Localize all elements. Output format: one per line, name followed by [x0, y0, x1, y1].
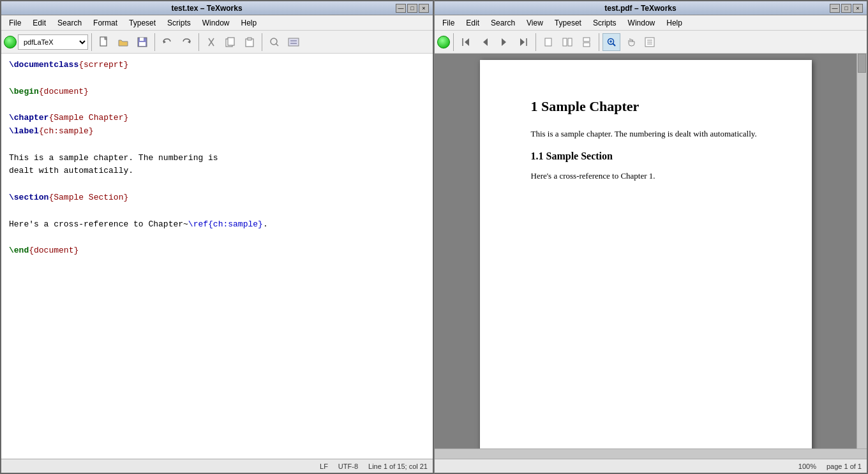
pdf-chapter-heading: 1 Sample Chapter — [531, 98, 767, 115]
tex-window-title: test.tex – TeXworks — [18, 4, 396, 13]
tex-title-bar: test.tex – TeXworks — □ × — [1, 1, 433, 15]
menu-file[interactable]: File — [4, 17, 26, 29]
undo-button[interactable] — [158, 33, 176, 51]
pdf-horizontal-scrollbar[interactable] — [435, 448, 867, 459]
redo-button[interactable] — [177, 33, 195, 51]
svg-line-29 — [613, 43, 615, 46]
pdf-menu-typeset[interactable]: Typeset — [550, 17, 587, 29]
svg-rect-14 — [288, 38, 299, 46]
last-page-button[interactable] — [514, 33, 532, 51]
prev-page-button[interactable] — [476, 33, 494, 51]
pdf-menu-edit[interactable]: Edit — [461, 17, 484, 29]
copy-button[interactable] — [221, 33, 239, 51]
svg-rect-23 — [545, 38, 551, 46]
zoom-button[interactable] — [602, 33, 620, 51]
svg-rect-27 — [583, 43, 590, 47]
svg-marker-5 — [188, 40, 190, 43]
pdf-scrollbar-thumb[interactable] — [858, 54, 866, 73]
svg-line-13 — [276, 43, 278, 46]
pdf-run-button[interactable] — [437, 36, 450, 48]
pdf-scroll-area[interactable]: 1 Sample Chapter This is a sample chapte… — [435, 54, 857, 448]
svg-marker-22 — [520, 38, 525, 46]
code-line-begin-document: \begin{document} — [9, 85, 425, 99]
single-page-button[interactable] — [539, 33, 557, 51]
continuous-pages-button[interactable] — [578, 33, 595, 51]
text-sample-2: dealt with automatically. — [9, 166, 133, 175]
tex-close-btn[interactable]: × — [419, 4, 429, 13]
first-page-button[interactable] — [457, 33, 475, 51]
svg-rect-26 — [583, 38, 590, 41]
encoding-indicator: UTF-8 — [338, 463, 358, 470]
tex-window-controls: — □ × — [396, 4, 429, 13]
svg-rect-11 — [248, 38, 251, 40]
toolbar-separator-2 — [154, 33, 155, 51]
pdf-window-title: test.pdf – TeXworks — [451, 4, 830, 13]
menu-scripts[interactable]: Scripts — [162, 17, 196, 29]
arg-scrreprt: {scrreprt} — [79, 60, 128, 70]
code-line-text-2: dealt with automatically. — [9, 165, 425, 178]
code-line-section: \section{Sample Section} — [9, 191, 425, 205]
menu-help[interactable]: Help — [236, 17, 262, 29]
cmd-chapter: \chapter — [9, 113, 49, 122]
facing-pages-button[interactable] — [558, 33, 576, 51]
arg-sample-section: {Sample Section} — [49, 193, 128, 202]
tex-maximize-btn[interactable]: □ — [407, 4, 417, 13]
pdf-menu-view[interactable]: View — [521, 17, 548, 29]
menu-edit[interactable]: Edit — [27, 17, 51, 29]
pdf-menu-bar: File Edit Search View Typeset Scripts Wi… — [435, 15, 867, 31]
toolbar-separator-3 — [198, 33, 199, 51]
code-line-empty-5 — [9, 205, 425, 218]
arg-ch-sample: {ch:sample} — [39, 126, 94, 136]
pdf-status-bar: 100% page 1 of 1 — [435, 459, 867, 473]
pdf-toolbar — [435, 31, 867, 54]
next-page-button[interactable] — [495, 33, 513, 51]
pdf-viewer-window: test.pdf – TeXworks — □ × File Edit Sear… — [434, 0, 868, 474]
menu-window[interactable]: Window — [197, 17, 235, 29]
pdf-title-bar: test.pdf – TeXworks — □ × — [435, 1, 867, 15]
code-line-empty-4 — [9, 178, 425, 191]
new-file-button[interactable] — [95, 33, 113, 51]
arg-document: {document} — [39, 87, 89, 96]
menu-search[interactable]: Search — [52, 17, 87, 29]
code-line-empty-1 — [9, 72, 425, 85]
svg-rect-9 — [228, 38, 234, 45]
code-line-chapter: \chapter{Sample Chapter} — [9, 112, 425, 125]
pdf-menu-search[interactable]: Search — [486, 17, 520, 29]
pdf-close-btn[interactable]: × — [853, 4, 863, 13]
tex-editor-content[interactable]: \documentclass{scrreprt} \begin{document… — [1, 54, 433, 459]
arg-end-document: {document} — [29, 246, 79, 255]
text-sample-1: This is a sample chapter. The numbering … — [9, 153, 218, 163]
code-line-empty-3 — [9, 138, 425, 152]
menu-format[interactable]: Format — [88, 17, 123, 29]
svg-marker-4 — [163, 40, 166, 43]
menu-typeset[interactable]: Typeset — [124, 17, 161, 29]
pdf-menu-file[interactable]: File — [437, 17, 460, 29]
pdf-menu-help[interactable]: Help — [661, 17, 687, 29]
find-button[interactable] — [266, 33, 283, 51]
toolbar-separator-4 — [262, 33, 262, 51]
run-typeset-button[interactable] — [4, 36, 17, 48]
hand-tool-button[interactable] — [622, 33, 640, 51]
pdf-zoom-level: 100% — [798, 463, 816, 470]
cut-button[interactable] — [202, 33, 220, 51]
pdf-menu-window[interactable]: Window — [623, 17, 661, 29]
pdf-menu-scripts[interactable]: Scripts — [588, 17, 622, 29]
open-file-button[interactable] — [114, 33, 132, 51]
replace-button[interactable] — [285, 33, 303, 51]
engine-select[interactable]: pdfLaTeX XeLaTeX LuaLaTeX — [18, 34, 88, 50]
svg-rect-2 — [140, 38, 144, 41]
code-line-label: \label{ch:sample} — [9, 125, 425, 138]
settings-button[interactable] — [641, 33, 659, 51]
tex-menu-bar: File Edit Search Format Typeset Scripts … — [1, 15, 433, 31]
save-file-button[interactable] — [133, 33, 151, 51]
tex-editor-window: test.tex – TeXworks — □ × File Edit Sear… — [0, 0, 434, 474]
cmd-label: \label — [9, 126, 39, 136]
pdf-vertical-scrollbar[interactable] — [857, 54, 867, 448]
pdf-minimize-btn[interactable]: — — [830, 4, 840, 13]
pdf-page-indicator: page 1 of 1 — [827, 463, 862, 470]
tex-minimize-btn[interactable]: — — [396, 4, 406, 13]
cmd-section: \section — [9, 193, 49, 202]
paste-button[interactable] — [241, 33, 258, 51]
pdf-maximize-btn[interactable]: □ — [841, 4, 851, 13]
code-line-ref: Here's a cross-reference to Chapter~\ref… — [9, 218, 425, 232]
